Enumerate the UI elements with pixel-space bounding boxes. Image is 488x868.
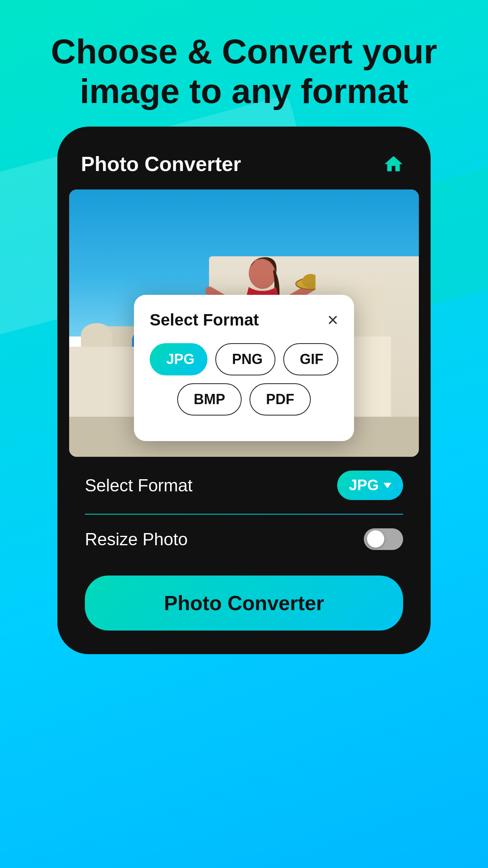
format-btn-png[interactable]: PNG <box>215 343 275 375</box>
controls-area: Select Format JPG Resize Photo Photo Con… <box>69 457 419 634</box>
app-bar: Photo Converter <box>69 142 419 189</box>
format-dropdown-button[interactable]: JPG <box>337 471 403 500</box>
convert-button[interactable]: Photo Converter <box>85 576 403 631</box>
toggle-knob <box>367 530 384 548</box>
image-area[interactable]: Select Format × JPG PNG GIF BMP PDF <box>69 189 419 457</box>
close-popup-button[interactable]: × <box>327 311 338 329</box>
app-title: Photo Converter <box>81 152 241 176</box>
resize-photo-row: Resize Photo <box>77 515 411 564</box>
format-btn-pdf[interactable]: PDF <box>250 383 311 416</box>
select-format-label: Select Format <box>85 476 193 495</box>
home-button[interactable] <box>380 150 407 178</box>
format-btn-bmp[interactable]: BMP <box>177 383 242 416</box>
convert-button-wrapper: Photo Converter <box>77 564 411 634</box>
popup-header: Select Format × <box>150 311 338 329</box>
page-title: Choose & Convert your image to any forma… <box>31 31 457 111</box>
convert-button-label: Photo Converter <box>164 592 324 614</box>
format-row-1: JPG PNG GIF <box>150 343 338 375</box>
resize-toggle[interactable] <box>364 528 403 550</box>
format-btn-gif[interactable]: GIF <box>283 343 338 375</box>
format-btn-jpg[interactable]: JPG <box>150 343 207 375</box>
popup-title: Select Format <box>150 311 259 329</box>
phone-frame: Photo Converter <box>57 127 431 654</box>
selected-format-text: JPG <box>349 477 379 494</box>
resize-photo-label: Resize Photo <box>85 530 188 549</box>
page-header: Choose & Convert your image to any forma… <box>0 0 488 127</box>
select-format-row: Select Format JPG <box>77 457 411 514</box>
format-row-2: BMP PDF <box>150 383 338 416</box>
format-popup: Select Format × JPG PNG GIF BMP PDF <box>134 295 354 441</box>
dropdown-arrow-icon <box>383 483 391 488</box>
photo-preview: Select Format × JPG PNG GIF BMP PDF <box>69 189 419 457</box>
